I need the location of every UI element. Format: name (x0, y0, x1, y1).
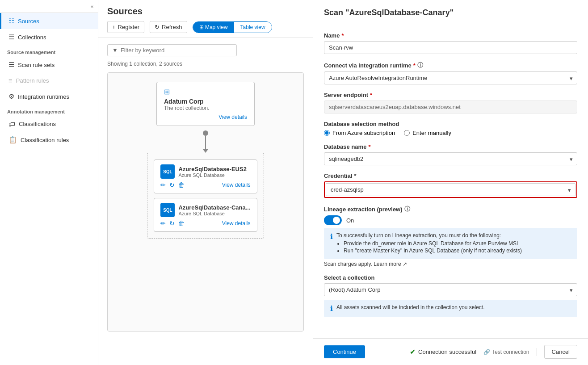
source-view-details-eus2[interactable]: View details (222, 182, 251, 188)
cancel-button[interactable]: Cancel (544, 345, 577, 359)
edit-icon-cana[interactable]: ✏ (160, 220, 166, 227)
delete-icon-cana[interactable]: 🗑 (178, 220, 185, 227)
collections-icon: ☰ (8, 33, 14, 41)
right-panel: Scan "AzureSqlDatabase-Canary" Name * Co… (313, 0, 588, 365)
sidebar: « ☷ Sources ☰ Collections Source managem… (0, 0, 98, 365)
lineage-group: Lineage extraction (preview) ⓘ On ℹ To s… (324, 205, 577, 267)
db-name-required: * (368, 143, 370, 150)
radio-manual-input[interactable] (404, 130, 410, 136)
test-connection-label: Test connection (492, 349, 529, 355)
lineage-bullets: Provide the db_owner role in Azure SQL D… (344, 240, 522, 254)
collection-grid-icon: ⊞ (164, 88, 170, 96)
filter-icon: ▼ (112, 47, 118, 54)
sidebar-item-collections[interactable]: ☰ Collections (0, 29, 98, 45)
sidebar-item-sources[interactable]: ☷ Sources (0, 13, 98, 29)
table-view-label: Table view (240, 24, 265, 30)
classifications-icon: 🏷 (8, 120, 15, 128)
toggle-slider (324, 215, 342, 225)
classification-rules-icon: 📋 (8, 136, 17, 144)
sidebar-item-classification-rules[interactable]: 📋 Classification rules (0, 132, 98, 148)
collapse-icon[interactable]: « (91, 4, 93, 9)
collection-info-icon: ℹ (330, 304, 333, 313)
runtime-info-icon[interactable]: ⓘ (417, 61, 423, 69)
scan-icon-cana[interactable]: ↻ (169, 220, 175, 227)
source-view-details-cana[interactable]: View details (222, 220, 251, 227)
lineage-toggle-label: On (346, 217, 354, 224)
scan-rule-sets-icon: ☰ (8, 61, 14, 69)
db-name-select[interactable]: sqlineagedb2 (324, 152, 577, 165)
source-title-eus2: AzureSqlDatabase-EUS2 (178, 166, 246, 172)
source-node-actions-cana: ✏ ↻ 🗑 View details (160, 220, 250, 227)
filter-bar[interactable]: ▼ (107, 44, 237, 56)
sidebar-item-classifications[interactable]: 🏷 Classifications (0, 116, 98, 132)
lineage-info-text: To successfully turn on Lineage extracti… (336, 232, 501, 239)
test-connection-icon: 🔗 (483, 349, 490, 355)
lineage-info-content: To successfully turn on Lineage extracti… (336, 232, 522, 255)
sidebar-item-pattern-rules: ≡ Pattern rules (0, 73, 98, 88)
db-name-label: Database name * (324, 143, 577, 150)
sidebar-collections-label: Collections (18, 34, 46, 41)
delete-icon-eus2[interactable]: 🗑 (178, 181, 185, 189)
refresh-button[interactable]: ↻ Refresh (150, 21, 187, 33)
toolbar: + Register ↻ Refresh ⊞ Map view Table vi… (107, 21, 304, 33)
collection-select[interactable]: (Root) Adatum Corp (324, 283, 577, 296)
name-group: Name * (324, 32, 577, 54)
collection-view-details[interactable]: View details (218, 114, 247, 120)
name-input[interactable] (324, 41, 577, 54)
register-label: Register (118, 24, 139, 30)
source-node-icon-eus2: SQL (160, 164, 175, 179)
runtime-select[interactable]: Azure AutoResolveIntegrationRuntime (324, 71, 577, 84)
filter-input[interactable] (121, 47, 232, 54)
db-selection-radio-group: From Azure subscription Enter manually (324, 130, 577, 136)
footer-right: ✔ Connection successful 🔗 Test connectio… (410, 345, 577, 359)
toggle-wrapper: On (324, 215, 577, 225)
map-area: ⊞ Adatum Corp The root collection. View … (107, 72, 304, 331)
server-endpoint-value: sqlserverdatascaneus2euap.database.windo… (324, 101, 577, 113)
test-connection-button[interactable]: 🔗 Test connection (483, 349, 529, 355)
radio-azure-input[interactable] (324, 130, 330, 136)
panel-body: Name * Connect via integration runtime *… (313, 23, 588, 338)
runtime-group: Connect via integration runtime * ⓘ Azur… (324, 61, 577, 84)
lineage-info-icon[interactable]: ⓘ (404, 205, 410, 213)
server-endpoint-group: Server endpoint * sqlserverdatascaneus2e… (324, 92, 577, 113)
source-node-icon-cana: SQL (160, 203, 175, 217)
pattern-rules-icon: ≡ (8, 77, 13, 84)
page-title: Sources (107, 6, 304, 17)
connector-line (205, 136, 206, 149)
collection-node: ⊞ Adatum Corp The root collection. View … (156, 82, 255, 126)
credential-select[interactable]: cred-azsqlsp (326, 183, 575, 196)
credential-input-wrapper: cred-azsqlsp (324, 181, 577, 198)
edit-icon-eus2[interactable]: ✏ (160, 181, 166, 189)
connector-arrow (203, 149, 208, 153)
learn-more-link[interactable]: Learn more ↗ (374, 261, 407, 267)
db-selection-label: Database selection method (324, 121, 577, 127)
collection-title: Adatum Corp (164, 98, 247, 105)
name-label: Name * (324, 32, 577, 39)
radio-enter-manually[interactable]: Enter manually (404, 130, 451, 136)
runtime-select-wrapper: Azure AutoResolveIntegrationRuntime (324, 71, 577, 84)
continue-button[interactable]: Continue (324, 345, 365, 358)
map-view-icon: ⊞ (199, 24, 205, 30)
source-subtitle-eus2: Azure SQL Database (178, 172, 246, 178)
table-view-button[interactable]: Table view (234, 22, 272, 33)
radio-azure-label: From Azure subscription (332, 130, 395, 136)
sidebar-sources-label: Sources (18, 18, 39, 25)
sidebar-scan-rule-sets-label: Scan rule sets (18, 62, 55, 68)
runtime-required: * (413, 62, 416, 69)
radio-azure-subscription[interactable]: From Azure subscription (324, 130, 395, 136)
sidebar-item-scan-rule-sets[interactable]: ☰ Scan rule sets (0, 57, 98, 73)
server-endpoint-label: Server endpoint * (324, 92, 577, 98)
scan-icon-eus2[interactable]: ↻ (169, 181, 175, 189)
sidebar-item-integration-runtimes[interactable]: ⚙ Integration runtimes (0, 88, 98, 105)
lineage-info-box: ℹ To successfully turn on Lineage extrac… (324, 228, 577, 259)
name-required: * (341, 32, 344, 39)
sources-group: SQL AzureSqlDatabase-EUS2 Azure SQL Data… (147, 153, 264, 239)
sidebar-collapse[interactable]: « (0, 0, 98, 13)
lineage-toggle[interactable] (324, 215, 342, 225)
register-button[interactable]: + Register (107, 21, 144, 33)
source-node-actions-eus2: ✏ ↻ 🗑 View details (160, 181, 250, 189)
collection-group: Select a collection (Root) Adatum Corp ℹ… (324, 274, 577, 317)
lineage-label: Lineage extraction (preview) ⓘ (324, 205, 577, 213)
map-view-button[interactable]: ⊞ Map view (193, 22, 234, 33)
connector (203, 130, 208, 153)
